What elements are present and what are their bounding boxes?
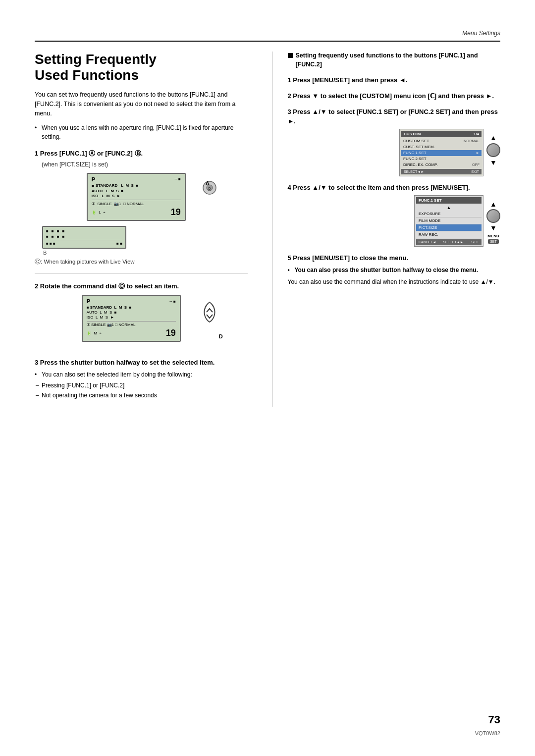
func-row-3: RAW REC.: [416, 231, 482, 238]
note1: When you use a lens with no aperture rin…: [35, 123, 248, 141]
step2-left: 2 Rotate the command dial Ⓓ to select an…: [35, 282, 248, 342]
menu1-row-4: DIREC. EX. COMP. OFF: [401, 162, 482, 168]
two-col-layout: Setting Frequently Used Functions You ca…: [35, 41, 500, 407]
left-column: Setting Frequently Used Functions You ca…: [35, 52, 253, 407]
func-row-2-selected: PICT.SIZE: [416, 224, 482, 231]
intro-text: You can set two frequently used function…: [35, 90, 248, 118]
right-step5: 5 Press [MENU/SET] to close the menu. Yo…: [288, 254, 501, 286]
menu1-row-3: FUNC.2 SET: [401, 156, 482, 162]
menu1-row-1: CUST. SET MEM.: [401, 144, 482, 150]
right-step5-bold-note: You can also press the shutter button ha…: [288, 266, 501, 274]
step1-divider: [35, 273, 248, 274]
step3-left-heading: 3 Press the shutter button halfway to se…: [35, 358, 248, 367]
func-row-0: EXPOSURE: [416, 211, 482, 217]
step3-bullet1: You can also set the selected item by do…: [35, 370, 248, 379]
step3-sub2: Not operating the camera for a few secon…: [42, 391, 248, 400]
label-c-note: Ⓒ: When taking pictures with Live View: [35, 258, 248, 266]
right-step3-content: CUSTOM 1/4 CUSTOM SET NORMAL CUST. SET M…: [288, 129, 501, 176]
right-step2: 2 Press ▼ to select the [CUSTOM] menu ic…: [288, 92, 501, 101]
right-step4-heading: 4 Press ▲/▼ to select the item and then …: [288, 183, 501, 192]
header-label: Menu Settings: [35, 30, 500, 37]
func-row-1: FILM MODE: [416, 217, 482, 224]
right-step4: 4 Press ▲/▼ to select the item and then …: [288, 183, 501, 247]
right-step5-heading: 5 Press [MENU/SET] to close the menu.: [288, 254, 501, 263]
right-section-header: Setting frequently used functions to the…: [288, 52, 501, 69]
section-square: [288, 53, 293, 58]
page: Menu Settings Setting Frequently Used Fu…: [0, 0, 535, 756]
menu1-bottom: SELECT◄► EXIT: [401, 169, 482, 174]
step3-sub1: Pressing [FUNC.1] or [FUNC.2]: [42, 381, 248, 390]
right-step2-heading: 2 Press ▼ to select the [CUSTOM] menu ic…: [288, 92, 501, 101]
step1-left: 1 Press [FUNC.1] Ⓐ or [FUNC.2] Ⓑ. (when …: [35, 149, 248, 266]
menu1-title-bar: CUSTOM 1/4: [401, 131, 482, 137]
step1-figure: P ⋯ ■ ■STANDARDL M S ■ AUTOL M S ■ ISOL …: [35, 173, 248, 221]
step2-left-heading: 2 Rotate the command dial Ⓓ to select an…: [35, 282, 248, 291]
right-step1: 1 Press [MENU/SET] and then press ◄.: [288, 76, 501, 85]
step2-divider: [35, 350, 248, 350]
menu1-row-0: CUSTOM SET NORMAL: [401, 138, 482, 144]
func-menu-title: FUNC.1 SET: [416, 197, 482, 204]
step3-left: 3 Press the shutter button halfway to se…: [35, 358, 248, 400]
menu-screenshot-1: CUSTOM 1/4 CUSTOM SET NORMAL CUST. SET M…: [399, 129, 483, 176]
right-step3-heading: 3 Press ▲/▼ to select [FUNC.1 SET] or [F…: [288, 108, 501, 125]
version-code: VQT0W82: [475, 730, 500, 736]
right-step1-heading: 1 Press [MENU/SET] and then press ◄.: [288, 76, 501, 85]
step1-sub: (when [PICT.SIZE] is set): [35, 161, 248, 168]
menu1-row-2-selected: FUNC.1 SET ►: [401, 150, 482, 156]
step3-sublist: Pressing [FUNC.1] or [FUNC.2] Not operat…: [35, 381, 248, 400]
func-menu: FUNC.1 SET ▲ EXPOSURE FILM MODE PICT.SIZ…: [414, 195, 483, 247]
page-number: 73: [488, 713, 500, 726]
page-title: Setting Frequently Used Functions: [35, 52, 248, 83]
step1-left-heading: 1 Press [FUNC.1] Ⓐ or [FUNC.2] Ⓑ.: [35, 149, 248, 158]
right-step5-note: You can also use the command dial when t…: [288, 277, 501, 286]
func-menu-bottom: CANCEL◄ SELECT◄► SET: [416, 239, 482, 245]
right-column: Setting frequently used functions to the…: [272, 52, 501, 407]
svg-text:D: D: [208, 187, 211, 190]
right-step3: 3 Press ▲/▼ to select [FUNC.1 SET] or [F…: [288, 108, 501, 176]
